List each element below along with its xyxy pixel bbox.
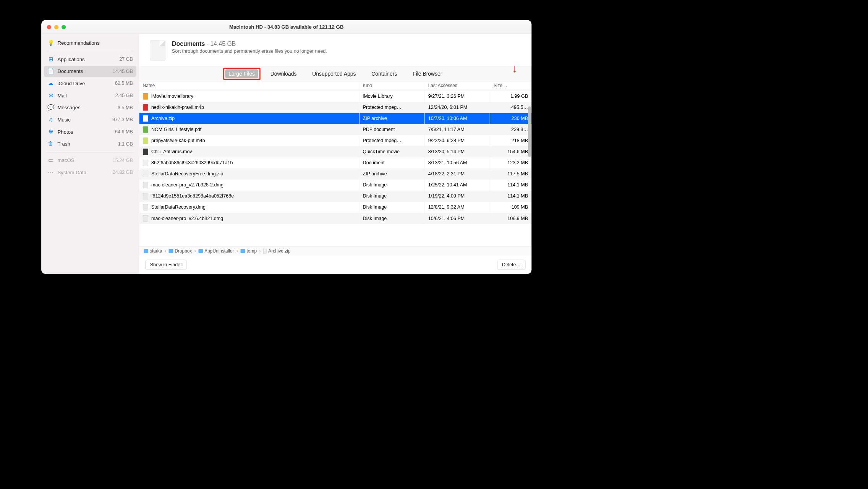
file-name: 862f6abdb86cf9c3c2603299cdb71a1b (151, 160, 233, 166)
close-icon[interactable] (47, 25, 51, 29)
sidebar-item-mail[interactable]: ✉︎Mail2.45 GB (44, 90, 136, 101)
file-date: 8/13/20, 5:14 PM (424, 146, 490, 157)
file-name: mac-cleaner-pro_v2.6.4b321.dmg (151, 215, 223, 221)
file-size: 109 MB (490, 202, 531, 213)
sidebar-item-label: Music (57, 117, 112, 123)
sidebar-item-label: Trash (57, 141, 118, 147)
file-name: Chili_Antivirus.mov (151, 149, 192, 155)
sidebar-item-size: 14.45 GB (113, 69, 133, 74)
sidebar-item-messages[interactable]: 💬Messages3.5 MB (44, 102, 136, 113)
section-description: Sort through documents and permanently e… (172, 49, 327, 54)
table-row[interactable]: 862f6abdb86cf9c3c2603299cdb71a1bDocument… (139, 157, 531, 168)
file-icon (143, 93, 149, 100)
sidebar: 💡Recommendations⊞Applications27 GB📄Docum… (41, 34, 139, 274)
file-icon (143, 149, 149, 155)
sidebar-icon: ⋯ (47, 169, 54, 176)
file-kind: Protected mpeg… (359, 102, 424, 113)
documents-icon (150, 40, 165, 61)
sidebar-icon: ♫ (47, 117, 54, 123)
table-row[interactable]: Archive.zipZIP archive10/7/20, 10:06 AM2… (139, 113, 531, 124)
file-size: 218 MB (490, 135, 531, 146)
table-row[interactable]: f8124d9e1551ea3d8298a4ba052f768eDisk Ima… (139, 191, 531, 202)
show-in-finder-button[interactable]: Show in Finder (145, 260, 187, 270)
sidebar-item-photos[interactable]: ❋Photos64.6 MB (44, 126, 136, 138)
sidebar-item-trash[interactable]: 🗑Trash1.1 GB (44, 138, 136, 149)
sidebar-item-size: 24.82 GB (113, 170, 133, 175)
sidebar-item-size: 27 GB (119, 57, 133, 62)
column-header-kind[interactable]: Kind (359, 81, 424, 91)
table-row[interactable]: NOM Girls' Lifestyle.pdfPDF document7/5/… (139, 124, 531, 135)
sidebar-item-label: Mail (57, 93, 115, 99)
sidebar-item-label: System Data (57, 170, 112, 175)
file-icon (143, 160, 149, 166)
table-row[interactable]: mac-cleaner-pro_v2.7b328-2.dmgDisk Image… (139, 180, 531, 191)
file-size: 117.5 MB (490, 168, 531, 180)
table-row[interactable]: Chili_Antivirus.movQuickTime movie8/13/2… (139, 146, 531, 157)
breadcrumb-item[interactable]: Archive.zip (263, 248, 290, 254)
sidebar-icon: ▭ (47, 157, 54, 164)
file-name: Archive.zip (151, 116, 175, 121)
tab-unsupported-apps[interactable]: Unsupported Apps (309, 70, 360, 79)
breadcrumb: starka› Dropbox› AppUninstaller› temp› A… (139, 246, 531, 256)
titlebar: Macintosh HD - 34.83 GB available of 121… (41, 20, 531, 34)
file-name: StellarDataRecovery.dmg (151, 204, 206, 210)
sidebar-item-icloud-drive[interactable]: ☁︎iCloud Drive62.5 MB (44, 78, 136, 89)
sidebar-item-recommendations[interactable]: 💡Recommendations (44, 37, 136, 49)
folder-icon (198, 249, 203, 253)
breadcrumb-item[interactable]: Dropbox (169, 248, 192, 254)
breadcrumb-item[interactable]: AppUninstaller (198, 248, 234, 254)
sidebar-icon: 🗑 (47, 141, 54, 147)
table-row[interactable]: StellarDataRecoveryFree.dmg.zipZIP archi… (139, 168, 531, 180)
delete-button[interactable]: Delete… (497, 260, 526, 270)
sidebar-item-label: Photos (57, 129, 115, 135)
sidebar-item-size: 1.1 GB (118, 141, 133, 147)
tab-downloads[interactable]: Downloads (267, 70, 300, 79)
column-header-name[interactable]: Name (139, 81, 359, 91)
breadcrumb-label: AppUninstaller (204, 248, 234, 254)
sidebar-item-macos[interactable]: ▭macOS15.24 GB (44, 155, 136, 166)
scrollbar-thumb[interactable] (528, 107, 531, 157)
table-row[interactable]: prepyatstvie-kak-put.m4bProtected mpeg…9… (139, 135, 531, 146)
file-icon (143, 215, 149, 222)
file-table-scroll[interactable]: NameKindLast AccessedSize⌄ iMovie.imovie… (139, 81, 531, 246)
column-header-size[interactable]: Size⌄ (490, 81, 531, 91)
minimize-icon[interactable] (54, 25, 58, 29)
sidebar-item-documents[interactable]: 📄Documents14.45 GB (44, 66, 136, 77)
zoom-icon[interactable] (62, 25, 66, 29)
table-row[interactable]: StellarDataRecovery.dmgDisk Image12/8/21… (139, 202, 531, 213)
table-row[interactable]: netflix-nikakih-pravil.m4bProtected mpeg… (139, 102, 531, 113)
file-icon (143, 193, 149, 199)
sidebar-icon: 💡 (47, 40, 54, 46)
table-row[interactable]: mac-cleaner-pro_v2.6.4b321.dmgDisk Image… (139, 213, 531, 224)
file-kind: PDF document (359, 124, 424, 135)
file-size: 229.3… (490, 124, 531, 135)
sidebar-item-system-data[interactable]: ⋯System Data24.82 GB (44, 167, 136, 178)
sidebar-item-label: Documents (57, 68, 112, 74)
file-date: 12/8/21, 9:32 AM (424, 202, 490, 213)
file-size: 495.5… (490, 102, 531, 113)
file-kind: Disk Image (359, 191, 424, 202)
file-date: 9/27/21, 3:26 PM (424, 91, 490, 102)
file-name: netflix-nikakih-pravil.m4b (151, 105, 204, 110)
tab-file-browser[interactable]: File Browser (409, 70, 446, 79)
file-size: 114.1 MB (490, 191, 531, 202)
sidebar-icon: ☁︎ (47, 80, 54, 87)
sidebar-item-music[interactable]: ♫Music977.3 MB (44, 114, 136, 125)
breadcrumb-item[interactable]: starka (144, 248, 162, 254)
file-icon (143, 126, 149, 133)
file-date: 1/19/22, 4:09 PM (424, 191, 490, 202)
table-row[interactable]: iMovie.imovielibraryiMovie Library9/27/2… (139, 91, 531, 102)
column-header-last-accessed[interactable]: Last Accessed (424, 81, 490, 91)
window-title: Macintosh HD - 34.83 GB available of 121… (41, 24, 531, 30)
file-date: 7/5/21, 11:17 AM (424, 124, 490, 135)
file-table: NameKindLast AccessedSize⌄ iMovie.imovie… (139, 81, 531, 224)
file-kind: Document (359, 157, 424, 168)
sidebar-item-label: macOS (57, 157, 112, 163)
section-header: Documents - 14.45 GB Sort through docume… (139, 34, 531, 66)
tab-large-files[interactable]: Large Files (225, 70, 258, 79)
sidebar-icon: ⊞ (47, 56, 54, 63)
sidebar-item-applications[interactable]: ⊞Applications27 GB (44, 54, 136, 65)
file-name: iMovie.imovielibrary (151, 94, 193, 99)
breadcrumb-item[interactable]: temp (241, 248, 257, 254)
tab-containers[interactable]: Containers (368, 70, 401, 79)
